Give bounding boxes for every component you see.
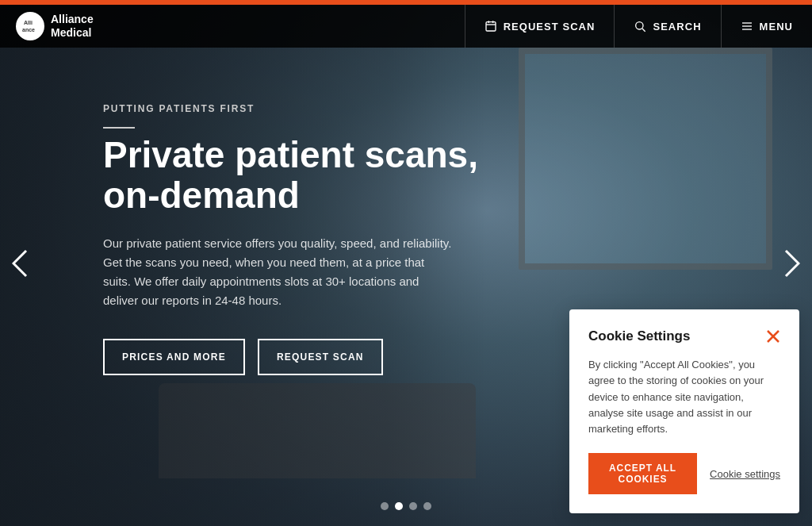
logo-text: Alliance Medical bbox=[51, 13, 94, 40]
next-arrow[interactable] bbox=[772, 240, 812, 287]
close-icon bbox=[766, 329, 780, 344]
search-icon bbox=[634, 20, 646, 33]
cookie-banner: Cookie Settings By clicking "Accept All … bbox=[569, 309, 799, 513]
cookie-close-button[interactable] bbox=[766, 329, 780, 344]
svg-point-0 bbox=[19, 15, 41, 37]
svg-text:ance: ance bbox=[22, 27, 35, 33]
svg-line-8 bbox=[642, 29, 645, 32]
dot-3[interactable] bbox=[409, 502, 417, 510]
hero-content: PUTTING PATIENTS FIRST Private patient s… bbox=[103, 103, 515, 375]
logo[interactable]: Alli ance Alliance Medical bbox=[16, 12, 94, 40]
eyebrow-line bbox=[103, 127, 135, 129]
slide-dots bbox=[381, 502, 431, 510]
calendar-icon bbox=[485, 20, 497, 33]
request-scan-nav[interactable]: REQUEST SCAN bbox=[465, 5, 615, 48]
chevron-right-icon bbox=[784, 249, 800, 278]
accept-all-cookies-button[interactable]: ACCEPT ALL COOKIES bbox=[588, 453, 697, 494]
search-nav[interactable]: SEARCH bbox=[614, 5, 720, 48]
hero-description: Our private patient service offers you q… bbox=[103, 234, 452, 310]
prices-button[interactable]: PRICES AND MORE bbox=[103, 339, 245, 375]
hamburger-icon bbox=[741, 20, 753, 33]
header-nav: REQUEST SCAN SEARCH MENU bbox=[465, 5, 812, 48]
cookie-title: Cookie Settings bbox=[588, 328, 690, 344]
window-decoration bbox=[519, 48, 772, 270]
dot-2[interactable] bbox=[395, 502, 403, 510]
cookie-actions: ACCEPT ALL COOKIES Cookie settings bbox=[588, 453, 780, 494]
svg-text:Alli: Alli bbox=[24, 20, 33, 25]
hero-eyebrow: PUTTING PATIENTS FIRST bbox=[103, 103, 515, 114]
cookie-settings-link[interactable]: Cookie settings bbox=[710, 468, 780, 480]
request-scan-button[interactable]: REQUEST SCAN bbox=[258, 339, 383, 375]
hero-buttons: PRICES AND MORE REQUEST SCAN bbox=[103, 339, 515, 375]
prev-arrow[interactable] bbox=[0, 240, 40, 287]
menu-nav[interactable]: MENU bbox=[721, 5, 812, 48]
cookie-header: Cookie Settings bbox=[588, 328, 780, 344]
dot-1[interactable] bbox=[381, 502, 389, 510]
logo-icon: Alli ance bbox=[16, 12, 44, 40]
header: Alli ance Alliance Medical REQUEST SCAN … bbox=[0, 5, 812, 48]
svg-point-7 bbox=[636, 22, 643, 29]
hero-title: Private patient scans, on-demand bbox=[103, 135, 515, 215]
svg-rect-3 bbox=[486, 22, 496, 31]
dot-4[interactable] bbox=[423, 502, 431, 510]
cookie-body: By clicking "Accept All Cookies", you ag… bbox=[588, 357, 780, 437]
chevron-left-icon bbox=[12, 249, 28, 278]
